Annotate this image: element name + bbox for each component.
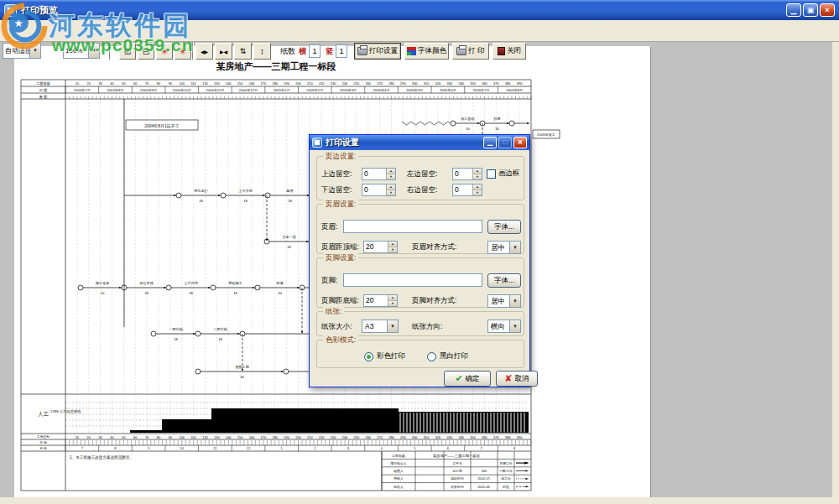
next-page-button[interactable]: ▶◀ <box>215 43 232 60</box>
print-button[interactable]: 打 印 <box>452 43 489 60</box>
dropdown-icon[interactable]: ▼ <box>509 242 520 253</box>
print-setup-button[interactable]: 打印设置 <box>354 43 401 60</box>
footer-align-combobox[interactable]: 居中 ▼ <box>487 294 521 308</box>
svg-text:2005年1月: 2005年1月 <box>274 88 290 92</box>
svg-text:2004年12月: 2004年12月 <box>239 88 258 92</box>
right-margin-spinner[interactable]: 0 ▲▼ <box>452 184 482 196</box>
prev-page-button[interactable]: ◀▶ <box>195 43 213 60</box>
cancel-button[interactable]: ✘ 取消 <box>496 371 538 387</box>
app-icon <box>4 4 17 17</box>
svg-text:30: 30 <box>98 81 102 86</box>
spin-down-icon[interactable]: ▼ <box>388 301 397 306</box>
svg-text:2005-08-: 2005-08- <box>477 485 491 489</box>
svg-text:2005年7月: 2005年7月 <box>473 88 490 92</box>
svg-text:160: 160 <box>249 435 255 439</box>
minimize-button[interactable]: ▁ <box>786 3 801 17</box>
svg-text:200: 200 <box>295 81 301 86</box>
horizontal-pages-input[interactable] <box>309 44 320 58</box>
footer-text-input[interactable] <box>343 273 482 287</box>
spinner-buttons: ▲▼ <box>388 295 397 306</box>
spin-down-icon[interactable]: ▼ <box>473 174 482 179</box>
font-color-button[interactable]: 字体颜色 <box>404 43 449 60</box>
toolbar: 自动适应 ▼ 100% ▼ ⊞ ⊟ ✳ ✳ ◀▶ ▶◀ ⇅ ↨ 纸数 横 竖 打… <box>0 20 839 42</box>
header-text-input[interactable] <box>343 220 482 233</box>
zoom-in-button[interactable]: ✳ <box>156 43 173 60</box>
close-preview-button[interactable]: 关闭 <box>492 43 526 60</box>
radio-circle[interactable] <box>364 352 373 361</box>
page-up-button[interactable]: ⇅ <box>234 43 252 60</box>
spin-up-icon[interactable]: ▲ <box>473 169 482 174</box>
spin-down-icon[interactable]: ▼ <box>387 190 395 195</box>
svg-text:2004年11月: 2004年11月 <box>206 88 224 92</box>
svg-text:170: 170 <box>261 435 267 439</box>
spin-down-icon[interactable]: ▼ <box>473 190 482 195</box>
svg-text:2005年8月: 2005年8月 <box>506 88 523 92</box>
spin-up-icon[interactable]: ▲ <box>388 295 397 301</box>
svg-text:240: 240 <box>342 81 348 86</box>
fit-page-button[interactable]: ⊞ <box>119 43 136 60</box>
ok-button[interactable]: ✔ 确定 <box>444 371 491 387</box>
fit-mode-combobox[interactable]: 自动适应 ▼ <box>3 43 41 59</box>
restore-button[interactable]: ▣ <box>803 3 818 17</box>
svg-text:土方开挖: 土方开挖 <box>238 189 253 193</box>
spin-up-icon[interactable]: ▲ <box>387 184 395 190</box>
bw-print-radio[interactable]: 黑白打印 <box>427 351 468 361</box>
svg-text:60: 60 <box>133 435 138 439</box>
dialog-title: 打印设置 <box>326 137 482 148</box>
svg-text:260: 260 <box>365 81 371 86</box>
paper-caption: 纸张: <box>323 307 344 317</box>
dropdown-icon[interactable]: ▼ <box>387 320 398 332</box>
bottom-margin-spinner[interactable]: 0 ▲▼ <box>362 184 396 196</box>
spin-down-icon[interactable]: ▼ <box>387 174 395 179</box>
next-page-icon: ▶◀ <box>220 49 227 55</box>
svg-text:20: 20 <box>87 435 91 439</box>
dialog-minimize-button[interactable]: ▁ <box>483 137 497 148</box>
zoom-out-button[interactable]: ✳ <box>175 43 191 60</box>
header-align-combobox[interactable]: 居中 ▼ <box>487 241 521 254</box>
page-down-button[interactable]: ↨ <box>253 43 271 60</box>
spinner-buttons: ▲▼ <box>386 169 395 179</box>
vertical-pages-input[interactable] <box>336 44 347 58</box>
svg-text:虚工作: 虚工作 <box>501 476 511 481</box>
spinner-buttons: ▲▼ <box>472 169 482 179</box>
spin-up-icon[interactable]: ▲ <box>387 169 395 174</box>
dialog-close-button[interactable]: × <box>513 137 527 148</box>
ok-label: 确定 <box>466 374 480 384</box>
radio-circle[interactable] <box>427 352 436 361</box>
checkbox-box[interactable] <box>487 169 496 179</box>
paper-size-combobox[interactable]: A3 ▼ <box>362 320 399 333</box>
header-distance-spinner[interactable]: 20 ▲▼ <box>363 241 398 253</box>
dropdown-icon[interactable]: ▼ <box>509 320 520 332</box>
svg-text:2005年4月: 2005年4月 <box>373 88 390 92</box>
left-margin-spinner[interactable]: 0 ▲▼ <box>452 168 482 180</box>
close-button[interactable]: × <box>820 3 835 17</box>
fit-width-button[interactable]: ⊟ <box>138 43 154 60</box>
svg-text:1: 1 <box>281 446 284 450</box>
footer-distance-spinner[interactable]: 20 ▲▼ <box>363 294 398 307</box>
cross-icon: ✘ <box>504 373 512 384</box>
paper-size-label: 纸张大小: <box>321 322 352 332</box>
svg-text:18: 18 <box>189 291 193 295</box>
color-print-label: 彩色打印 <box>377 351 405 361</box>
spin-up-icon[interactable]: ▲ <box>388 242 397 247</box>
top-margin-spinner[interactable]: 0 ▲▼ <box>362 168 396 180</box>
footer-font-button[interactable]: 字体... <box>487 273 521 288</box>
dropdown-icon[interactable]: ▼ <box>509 295 520 307</box>
svg-text:210: 210 <box>307 81 313 86</box>
color-print-radio[interactable]: 彩色打印 <box>364 351 405 361</box>
dropdown-icon[interactable]: ▼ <box>29 44 40 58</box>
svg-text:竣工验收: 竣工验收 <box>461 117 476 122</box>
svg-text:260: 260 <box>365 435 371 439</box>
svg-text:50: 50 <box>122 435 126 439</box>
dropdown-icon[interactable]: ▼ <box>88 44 99 58</box>
paper-orientation-combobox[interactable]: 横向 ▼ <box>487 320 521 333</box>
svg-text:40: 40 <box>110 81 114 86</box>
spin-down-icon[interactable]: ▼ <box>388 247 397 252</box>
fit-mode-value: 自动适应 <box>3 44 29 58</box>
zoom-combobox[interactable]: 100% ▼ <box>63 43 100 59</box>
spin-up-icon[interactable]: ▲ <box>473 184 482 190</box>
svg-text:320: 320 <box>435 435 441 439</box>
draw-border-checkbox[interactable]: 画边框 <box>487 169 520 179</box>
header-font-button[interactable]: 字体... <box>487 220 521 234</box>
svg-text:40: 40 <box>110 435 114 439</box>
